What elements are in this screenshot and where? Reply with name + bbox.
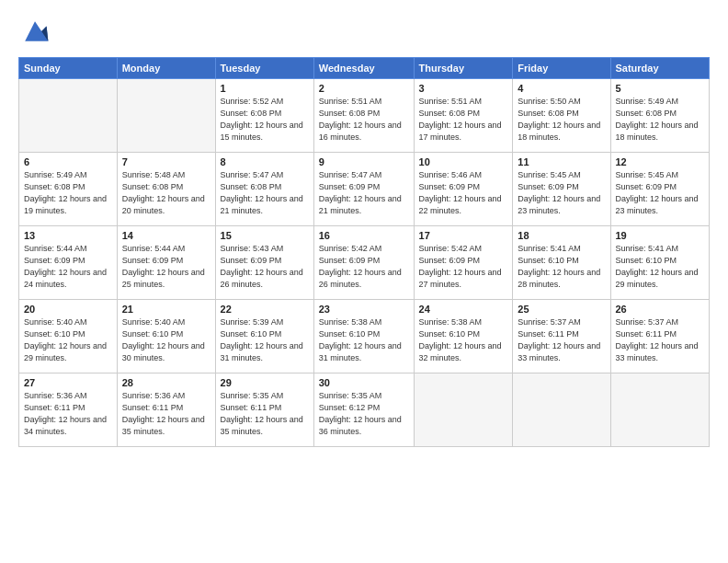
day-info: Sunrise: 5:38 AM Sunset: 6:10 PM Dayligh… [319,316,409,364]
header [18,15,710,48]
day-info: Sunrise: 5:45 AM Sunset: 6:09 PM Dayligh… [616,169,705,217]
day-info: Sunrise: 5:41 AM Sunset: 6:10 PM Dayligh… [518,243,605,291]
day-info: Sunrise: 5:51 AM Sunset: 6:08 PM Dayligh… [319,96,409,144]
day-number: 15 [221,230,309,241]
day-info: Sunrise: 5:42 AM Sunset: 6:09 PM Dayligh… [319,243,409,291]
day-info: Sunrise: 5:35 AM Sunset: 6:11 PM Dayligh… [221,390,309,438]
logo-icon [18,15,51,48]
day-number: 10 [419,156,508,167]
day-info: Sunrise: 5:44 AM Sunset: 6:09 PM Dayligh… [24,243,112,291]
day-info: Sunrise: 5:40 AM Sunset: 6:10 PM Dayligh… [122,316,210,364]
day-info: Sunrise: 5:45 AM Sunset: 6:09 PM Dayligh… [518,169,605,217]
calendar-cell: 12Sunrise: 5:45 AM Sunset: 6:09 PM Dayli… [610,153,710,226]
page: SundayMondayTuesdayWednesdayThursdayFrid… [0,0,728,563]
day-number: 20 [24,304,112,315]
day-number: 27 [24,377,112,388]
day-number: 25 [518,304,605,315]
day-number: 9 [319,156,409,167]
day-number: 8 [221,156,309,167]
day-number: 13 [24,230,112,241]
calendar-dow-sunday: Sunday [19,58,118,79]
day-info: Sunrise: 5:36 AM Sunset: 6:11 PM Dayligh… [122,390,210,438]
day-number: 22 [221,304,309,315]
calendar-cell: 23Sunrise: 5:38 AM Sunset: 6:10 PM Dayli… [313,300,414,373]
day-number: 3 [419,83,508,94]
calendar-cell: 17Sunrise: 5:42 AM Sunset: 6:09 PM Dayli… [414,226,513,300]
day-number: 18 [518,230,605,241]
calendar-cell: 6Sunrise: 5:49 AM Sunset: 6:08 PM Daylig… [19,153,118,226]
day-number: 19 [616,230,705,241]
calendar-cell: 14Sunrise: 5:44 AM Sunset: 6:09 PM Dayli… [117,226,215,300]
day-info: Sunrise: 5:42 AM Sunset: 6:09 PM Dayligh… [419,243,508,291]
calendar-cell: 16Sunrise: 5:42 AM Sunset: 6:09 PM Dayli… [313,226,414,300]
day-number: 1 [221,83,309,94]
calendar-cell: 19Sunrise: 5:41 AM Sunset: 6:10 PM Dayli… [610,226,710,300]
day-info: Sunrise: 5:37 AM Sunset: 6:11 PM Dayligh… [616,316,705,364]
day-number: 24 [419,304,508,315]
day-number: 11 [518,156,605,167]
day-number: 12 [616,156,705,167]
calendar-cell [414,373,513,447]
calendar-cell: 15Sunrise: 5:43 AM Sunset: 6:09 PM Dayli… [215,226,313,300]
calendar-cell: 2Sunrise: 5:51 AM Sunset: 6:08 PM Daylig… [313,79,414,153]
day-info: Sunrise: 5:48 AM Sunset: 6:08 PM Dayligh… [122,169,210,217]
calendar-dow-wednesday: Wednesday [313,58,414,79]
day-number: 21 [122,304,210,315]
calendar-cell: 27Sunrise: 5:36 AM Sunset: 6:11 PM Dayli… [19,373,118,447]
calendar-cell [117,79,215,153]
day-info: Sunrise: 5:51 AM Sunset: 6:08 PM Dayligh… [419,96,508,144]
calendar-table: SundayMondayTuesdayWednesdayThursdayFrid… [18,57,710,447]
calendar-dow-friday: Friday [513,58,610,79]
calendar-cell [513,373,610,447]
calendar-cell: 29Sunrise: 5:35 AM Sunset: 6:11 PM Dayli… [215,373,313,447]
calendar-cell: 10Sunrise: 5:46 AM Sunset: 6:09 PM Dayli… [414,153,513,226]
day-info: Sunrise: 5:49 AM Sunset: 6:08 PM Dayligh… [616,96,705,144]
calendar-week-row: 1Sunrise: 5:52 AM Sunset: 6:08 PM Daylig… [19,79,710,153]
calendar-header-row: SundayMondayTuesdayWednesdayThursdayFrid… [19,58,710,79]
calendar-dow-monday: Monday [117,58,215,79]
day-info: Sunrise: 5:35 AM Sunset: 6:12 PM Dayligh… [319,390,409,438]
calendar-dow-saturday: Saturday [610,58,710,79]
calendar-cell: 25Sunrise: 5:37 AM Sunset: 6:11 PM Dayli… [513,300,610,373]
calendar-cell: 24Sunrise: 5:38 AM Sunset: 6:10 PM Dayli… [414,300,513,373]
calendar-cell: 9Sunrise: 5:47 AM Sunset: 6:09 PM Daylig… [313,153,414,226]
day-info: Sunrise: 5:49 AM Sunset: 6:08 PM Dayligh… [24,169,112,217]
day-info: Sunrise: 5:36 AM Sunset: 6:11 PM Dayligh… [24,390,112,438]
day-info: Sunrise: 5:44 AM Sunset: 6:09 PM Dayligh… [122,243,210,291]
day-number: 16 [319,230,409,241]
calendar-cell: 11Sunrise: 5:45 AM Sunset: 6:09 PM Dayli… [513,153,610,226]
calendar-cell: 5Sunrise: 5:49 AM Sunset: 6:08 PM Daylig… [610,79,710,153]
day-number: 2 [319,83,409,94]
calendar-cell: 22Sunrise: 5:39 AM Sunset: 6:10 PM Dayli… [215,300,313,373]
day-info: Sunrise: 5:52 AM Sunset: 6:08 PM Dayligh… [221,96,309,144]
calendar-cell: 18Sunrise: 5:41 AM Sunset: 6:10 PM Dayli… [513,226,610,300]
calendar-cell: 30Sunrise: 5:35 AM Sunset: 6:12 PM Dayli… [313,373,414,447]
calendar-cell: 26Sunrise: 5:37 AM Sunset: 6:11 PM Dayli… [610,300,710,373]
day-number: 14 [122,230,210,241]
day-number: 5 [616,83,705,94]
calendar-week-row: 6Sunrise: 5:49 AM Sunset: 6:08 PM Daylig… [19,153,710,226]
day-number: 6 [24,156,112,167]
calendar-week-row: 27Sunrise: 5:36 AM Sunset: 6:11 PM Dayli… [19,373,710,447]
day-number: 26 [616,304,705,315]
day-number: 29 [221,377,309,388]
day-number: 7 [122,156,210,167]
day-number: 30 [319,377,409,388]
day-info: Sunrise: 5:47 AM Sunset: 6:08 PM Dayligh… [221,169,309,217]
day-info: Sunrise: 5:50 AM Sunset: 6:08 PM Dayligh… [518,96,605,144]
calendar-cell: 3Sunrise: 5:51 AM Sunset: 6:08 PM Daylig… [414,79,513,153]
day-number: 4 [518,83,605,94]
day-info: Sunrise: 5:40 AM Sunset: 6:10 PM Dayligh… [24,316,112,364]
calendar-cell: 20Sunrise: 5:40 AM Sunset: 6:10 PM Dayli… [19,300,118,373]
day-number: 23 [319,304,409,315]
calendar-dow-thursday: Thursday [414,58,513,79]
calendar-cell: 7Sunrise: 5:48 AM Sunset: 6:08 PM Daylig… [117,153,215,226]
day-info: Sunrise: 5:47 AM Sunset: 6:09 PM Dayligh… [319,169,409,217]
calendar-week-row: 20Sunrise: 5:40 AM Sunset: 6:10 PM Dayli… [19,300,710,373]
day-info: Sunrise: 5:39 AM Sunset: 6:10 PM Dayligh… [221,316,309,364]
calendar-week-row: 13Sunrise: 5:44 AM Sunset: 6:09 PM Dayli… [19,226,710,300]
day-info: Sunrise: 5:41 AM Sunset: 6:10 PM Dayligh… [616,243,705,291]
calendar-cell [610,373,710,447]
calendar-dow-tuesday: Tuesday [215,58,313,79]
calendar-cell: 28Sunrise: 5:36 AM Sunset: 6:11 PM Dayli… [117,373,215,447]
